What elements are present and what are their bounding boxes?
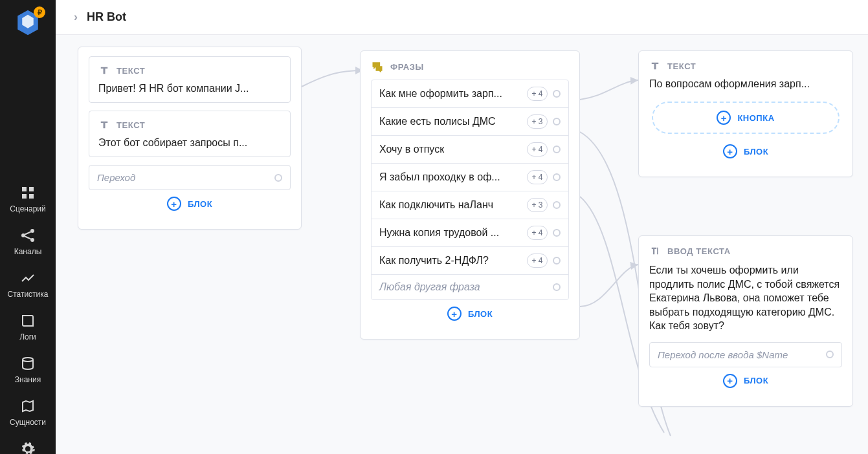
count-badge: + 3 (527, 198, 548, 212)
sidebar-item-label: Сценарий (10, 204, 45, 213)
count-badge: + 4 (527, 170, 548, 184)
plus-icon: + (723, 144, 737, 158)
phrase-row[interactable]: Как получить 2-НДФЛ?+ 4 (372, 246, 568, 274)
add-block-button[interactable]: +БЛОК (371, 300, 569, 327)
phrase-row[interactable]: Какие есть полисы ДМС+ 3 (372, 107, 568, 135)
sidebar-item-knowledge[interactable]: Знания (15, 356, 41, 384)
phrase-row[interactable]: Нужна копия трудовой ...+ 4 (372, 219, 568, 246)
count-badge: + 4 (527, 87, 548, 101)
sidebar-item-scenario[interactable]: Сценарий (10, 185, 45, 213)
text-body: Если ты хочешь оформить или продлить пол… (649, 263, 842, 333)
connection-port[interactable] (553, 201, 561, 209)
phrase-fallback[interactable]: Любая другая фраза (372, 274, 568, 299)
text-body: Этот бот собирает запросы п... (98, 137, 281, 149)
phrase-row[interactable]: Хочу в отпуск+ 4 (372, 135, 568, 163)
grid-icon (20, 185, 36, 200)
sidebar-item-label: Статистика (7, 290, 48, 299)
share-icon (20, 228, 36, 243)
connection-port[interactable] (826, 351, 834, 358)
scenario-node-phrases[interactable]: ФРАЗЫ Как мне оформить зарп...+ 4 Какие … (360, 50, 580, 340)
svg-rect-0 (22, 187, 27, 191)
gear-icon (20, 441, 36, 454)
phrase-row[interactable]: Как мне оформить зарп...+ 4 (372, 80, 568, 107)
text-icon (649, 60, 661, 72)
add-block-button[interactable]: +БЛОК (649, 138, 842, 165)
text-body: По вопросам оформления зарп... (649, 78, 842, 90)
transition-row[interactable]: Переход после ввода $Name (649, 342, 842, 367)
transition-row[interactable]: Переход (89, 165, 291, 190)
sidebar-item-entities[interactable]: Сущности (10, 398, 46, 427)
add-block-button[interactable]: +БЛОК (89, 190, 291, 217)
svg-rect-8 (657, 248, 658, 255)
svg-point-7 (23, 358, 33, 362)
text-icon (98, 65, 110, 76)
sidebar-item-label: Каналы (14, 247, 42, 256)
book-icon (20, 313, 36, 329)
header: › HR Bot (56, 0, 868, 35)
sidebar: ₽ Сценарий Каналы Статистика Логи Знания… (0, 0, 56, 454)
svg-point-4 (21, 233, 25, 237)
page-title: HR Bot (87, 10, 126, 24)
phrase-list: Как мне оформить зарп...+ 4 Какие есть п… (371, 80, 569, 300)
scenario-node-start[interactable]: ТЕКСТ Привет! Я HR бот компании J... ТЕК… (78, 47, 302, 230)
phrases-icon (371, 60, 384, 73)
svg-rect-1 (29, 187, 34, 191)
text-input-icon (649, 245, 661, 257)
scenario-node-text[interactable]: ТЕКСТ По вопросам оформления зарп... +КН… (638, 50, 853, 177)
phrase-row[interactable]: Я забыл проходку в оф...+ 4 (372, 163, 568, 191)
scenario-node-text-input[interactable]: ВВОД ТЕКСТА Если ты хочешь оформить или … (638, 235, 853, 407)
text-block[interactable]: ТЕКСТ Привет! Я HR бот компании J... (89, 56, 291, 103)
plus-icon: + (723, 374, 737, 388)
connection-port[interactable] (553, 173, 561, 181)
sidebar-item-logs[interactable]: Логи (19, 313, 36, 341)
phrase-row[interactable]: Как подключить наЛанч+ 3 (372, 191, 568, 219)
sidebar-item-channels[interactable]: Каналы (14, 228, 42, 256)
chevron-right-icon: › (74, 10, 78, 24)
plus-icon: + (447, 307, 462, 321)
add-block-button[interactable]: +БЛОК (649, 367, 842, 395)
connection-port[interactable] (553, 90, 561, 98)
sidebar-item-label: Логи (19, 332, 36, 341)
connection-port[interactable] (553, 146, 561, 153)
svg-point-6 (30, 238, 34, 242)
connection-port[interactable] (553, 257, 561, 265)
sidebar-item-stats[interactable]: Статистика (7, 270, 48, 299)
map-icon (20, 398, 36, 414)
text-block[interactable]: ТЕКСТ Этот бот собирает запросы п... (89, 111, 291, 157)
database-icon (20, 356, 36, 371)
sidebar-item-settings[interactable]: Настройки (9, 441, 47, 454)
logo[interactable]: ₽ (14, 9, 41, 36)
connection-port[interactable] (553, 229, 561, 237)
count-badge: + 4 (527, 226, 548, 240)
add-button-button[interactable]: +КНОПКА (652, 102, 840, 134)
plus-icon: + (167, 197, 181, 211)
count-badge: + 4 (527, 254, 548, 268)
chart-line-icon (20, 270, 36, 286)
connection-port[interactable] (553, 283, 561, 291)
connection-port[interactable] (553, 118, 561, 125)
text-body: Привет! Я HR бот компании J... (98, 83, 281, 94)
text-icon (98, 119, 110, 131)
canvas[interactable]: ТЕКСТ Привет! Я HR бот компании J... ТЕК… (56, 35, 868, 454)
connection-port[interactable] (274, 174, 282, 182)
svg-rect-2 (22, 194, 27, 199)
sidebar-item-label: Сущности (10, 418, 46, 427)
count-badge: + 4 (527, 142, 548, 157)
plus-icon: + (717, 111, 731, 125)
count-badge: + 3 (527, 114, 548, 129)
svg-rect-3 (29, 194, 34, 199)
sidebar-item-label: Знания (15, 375, 41, 384)
svg-point-5 (30, 229, 34, 233)
logo-badge: ₽ (34, 6, 45, 18)
